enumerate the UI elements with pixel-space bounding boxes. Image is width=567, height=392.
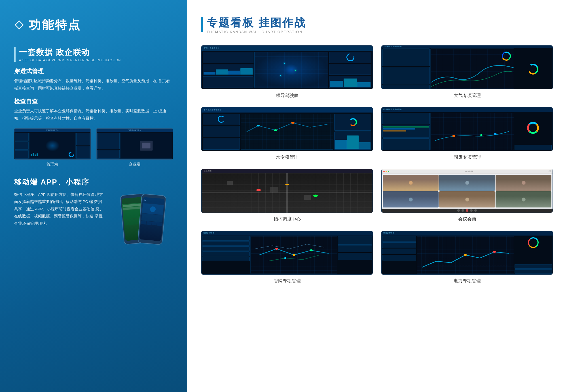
grid-item-cockpit: 智慧环保监管平台	[201, 45, 373, 99]
svg-point-11	[310, 249, 312, 251]
enterprise-screenshot-item: 智慧环保监管平台	[96, 128, 173, 167]
pipeline-label: 管网专项管理	[274, 278, 301, 284]
svg-point-4	[480, 134, 483, 136]
kanban-title-block: 专题看板 挂图作战 THEMATIC KANBAN WALL CHART OPE…	[207, 17, 306, 34]
mobile-content: 微信小程序、APP 因使用方便、快捷在环保管 理方面发挥着越来越重要的作用。移动…	[14, 191, 173, 248]
kanban-header: 专题看板 挂图作战 THEMATIC KANBAN WALL CHART OPE…	[201, 17, 553, 34]
penetration-body: 管理端能对区域污染源分布、数量统计、污染种类、排放量、空气质量及预报，在 首页看…	[14, 77, 173, 92]
svg-point-9	[275, 248, 278, 250]
screenshots-row: 智慧环保监管平台	[14, 128, 173, 167]
enterprise-label: 企业端	[129, 162, 141, 167]
grid-item-pipeline: 管网管理系统	[201, 231, 373, 284]
grid-item-water: 多环境综合管控平台	[201, 107, 373, 160]
svg-point-7	[313, 194, 318, 197]
blue-bar	[14, 47, 16, 62]
water-label: 水专项管理	[276, 154, 299, 160]
section-title-text: 一套数据 政企联动 A SET OF DATA GOVERNMENT-ENTER…	[19, 47, 121, 62]
command-screenshot: 应急调度	[201, 169, 373, 213]
cockpit-screenshot: 智慧环保监管平台	[201, 45, 373, 89]
penetration-management: 穿透式管理 管理端能对区域污染源分布、数量统计、污染种类、排放量、空气质量及预报…	[14, 67, 173, 92]
kanban-title-bar	[201, 17, 203, 32]
power-screenshot: 电力监控系统	[381, 231, 553, 275]
grid-item-atmospheric: 大气环境综合管理平台	[381, 45, 553, 99]
power-label: 电力专项管理	[454, 278, 481, 284]
mobile-section: 移动端 APP、小程序 微信小程序、APP 因使用方便、快捷在环保管 理方面发挥…	[14, 177, 173, 248]
diamond-icon	[14, 20, 24, 30]
grid-item-meeting: 会议会商系统	[381, 169, 553, 222]
enterprise-screenshot: 智慧环保监管平台	[96, 128, 173, 160]
solid-waste-screenshot: 固废环境综合管控平台	[381, 107, 553, 151]
svg-point-2	[257, 125, 260, 126]
left-panel: 功能特点 一套数据 政企联动 A SET OF DATA GOVERNMENT-…	[0, 0, 187, 392]
meeting-label: 会议会商	[458, 216, 476, 222]
atmospheric-screenshot: 大气环境综合管理平台	[381, 45, 553, 89]
mobile-phones: 工单	[111, 191, 173, 248]
svg-point-10	[293, 254, 295, 256]
meeting-screenshot: 会议会商系统	[381, 169, 553, 213]
section-title-row: 一套数据 政企联动 A SET OF DATA GOVERNMENT-ENTER…	[14, 47, 173, 62]
solid-waste-label: 固废专项管理	[454, 154, 481, 160]
kanban-sub-title: THEMATIC KANBAN WALL CHART OPERATION	[207, 30, 306, 34]
grid-item-power: 电力监控系统	[381, 231, 553, 284]
mgmt-screenshot: 智慧环保监管平台	[14, 128, 91, 160]
section-gov-enterprise: 一套数据 政企联动 A SET OF DATA GOVERNMENT-ENTER…	[14, 47, 173, 167]
gov-enterprise-title: 一套数据 政企联动	[19, 47, 121, 58]
mgmt-label: 管理端	[46, 162, 58, 167]
grid-item-command: 应急调度	[201, 169, 373, 222]
gov-enterprise-subtitle: A SET OF DATA GOVERNMENT-ENTERPRISE INTE…	[19, 58, 121, 62]
inspection-self-check: 检查自查 企业负责人可快速了解本企业环保情况、污染物种类、排放量、实时监测数据，…	[14, 98, 173, 122]
cockpit-label: 领导驾驶舱	[276, 93, 299, 99]
svg-point-5	[494, 133, 497, 135]
water-screenshot: 多环境综合管控平台	[201, 107, 373, 151]
kanban-main-title: 专题看板 挂图作战	[207, 17, 306, 29]
mobile-title: 移动端 APP、小程序	[14, 177, 173, 187]
svg-point-6	[256, 189, 261, 191]
inspection-title: 检查自查	[14, 98, 173, 105]
atmospheric-label: 大气专项管理	[454, 93, 481, 99]
mgmt-screenshot-item: 智慧环保监管平台	[14, 128, 91, 167]
kanban-grid: 智慧环保监管平台	[201, 45, 553, 284]
command-label: 指挥调度中心	[274, 216, 301, 222]
pipeline-screenshot: 管网管理系统	[201, 231, 373, 275]
svg-point-0	[274, 129, 277, 131]
mobile-text: 微信小程序、APP 因使用方便、快捷在环保管 理方面发挥着越来越重要的作用。移动…	[14, 191, 105, 227]
svg-point-8	[285, 184, 289, 185]
svg-point-1	[291, 122, 295, 124]
svg-point-14	[493, 251, 496, 253]
inspection-body: 企业负责人可快速了解本企业环保情况、污染物种类、排放量、实时监测数据，上 级通知…	[14, 107, 173, 122]
svg-point-12	[284, 257, 286, 258]
right-panel: 专题看板 挂图作战 THEMATIC KANBAN WALL CHART OPE…	[187, 0, 567, 392]
penetration-title: 穿透式管理	[14, 67, 173, 75]
feature-header: 功能特点	[14, 17, 173, 33]
grid-item-solid-waste: 固废环境综合管控平台	[381, 107, 553, 160]
feature-title: 功能特点	[29, 17, 81, 33]
svg-point-13	[464, 254, 467, 256]
svg-point-3	[452, 135, 455, 137]
